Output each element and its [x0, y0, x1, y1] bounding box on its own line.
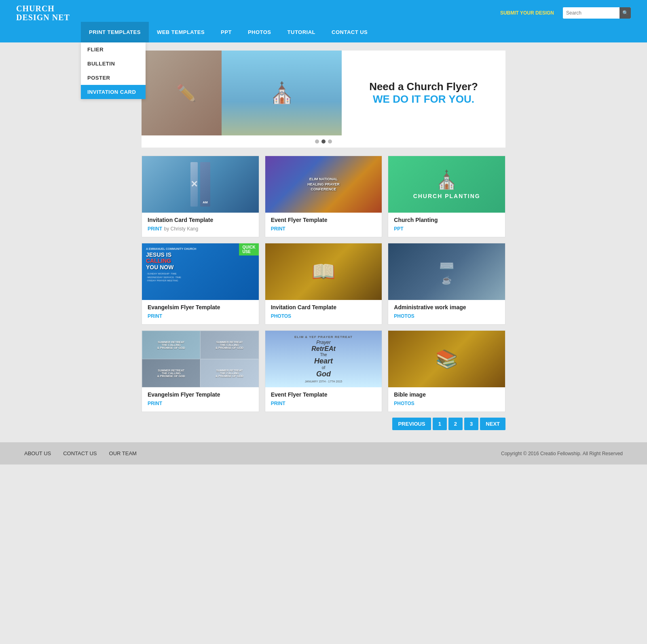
card-thumb-evangelism-1: QUICKUSE A EMMANUEL COMMUNITY CHURCH JES…: [142, 243, 259, 300]
page-2-button[interactable]: 2: [448, 418, 463, 430]
card-event-flyer-1[interactable]: ELIM NATIONALHEALING PRAYERCONFERENCE Ev…: [265, 156, 383, 237]
hero-church-image: ⛪: [222, 51, 342, 135]
card-evangelism-flyer-2[interactable]: SUMMER RETREATTHE CALLING& PROMISE OF GO…: [142, 330, 259, 412]
nav-item-web-templates[interactable]: WEB TEMPLATES: [149, 22, 213, 42]
card-thumb-invitation-2: 📖: [265, 243, 382, 300]
card-type-invitation-1: PRINT: [148, 226, 162, 232]
main-nav: PRINT TEMPLATES Flier Bulletin Poster In…: [0, 22, 647, 42]
nav-item-tutorial[interactable]: TUTORIAL: [279, 22, 324, 42]
footer-copyright: Copyright © 2016 Creatio Fellowship. All…: [501, 451, 623, 456]
prev-button[interactable]: PREVIOUS: [392, 418, 431, 430]
full-header: CHURCH DESIGN NET SUBMIT YOUR DESIGN 🔍 P…: [0, 0, 647, 42]
print-templates-dropdown: Flier Bulletin Poster Invitation Card: [81, 42, 146, 99]
card-invitation-card-2[interactable]: 📖 Invitation Card Template PHOTOS: [265, 243, 383, 325]
hero-dots: [142, 135, 505, 148]
hero-section: ✏️ ⛪ Need a Church Flyer? WE DO IT FOR Y…: [142, 51, 505, 148]
card-type-prayer-retreat: PRINT: [271, 401, 285, 406]
footer-links: ABOUT US CONTACT US OUR TEAM: [24, 450, 137, 456]
card-invitation-card-1[interactable]: ✕ AM Invitation Card Template PRINT by C…: [142, 156, 259, 237]
hero-headline: Need a Church Flyer?: [369, 80, 478, 93]
card-title-bible: Bible image: [394, 391, 499, 398]
card-body-church-planting: Church Planting PPT: [388, 213, 505, 237]
retreat-cell-4: SUMMER RETREATTHE CALLING& PROMISE OF GO…: [200, 359, 258, 387]
footer: ABOUT US CONTACT US OUR TEAM Copyright ©…: [0, 442, 647, 465]
card-thumb-event-flyer-1: ELIM NATIONALHEALING PRAYERCONFERENCE: [265, 156, 382, 213]
nav-item-photos[interactable]: PHOTOS: [240, 22, 279, 42]
card-body-invitation-1: Invitation Card Template PRINT by Christ…: [142, 213, 259, 237]
search-input[interactable]: [563, 7, 620, 19]
card-type-evangelism-2: PRINT: [148, 401, 162, 406]
card-thumb-admin: ⌨️ ☕: [388, 243, 505, 300]
card-type-bible: PHOTOS: [394, 401, 414, 406]
dropdown-item-invitation-card[interactable]: Invitation Card: [81, 85, 146, 99]
card-title-prayer-retreat: Event Flyer Template: [271, 391, 376, 398]
nav-item-ppt[interactable]: PPT: [213, 22, 240, 42]
hero-dot-2[interactable]: [321, 139, 326, 144]
dropdown-item-bulletin[interactable]: Bulletin: [81, 57, 146, 71]
card-thumb-evangelism-2: SUMMER RETREATTHE CALLING& PROMISE OF GO…: [142, 331, 259, 387]
hero-image-left: ✏️ ⛪: [142, 51, 342, 135]
header-top: CHURCH DESIGN NET SUBMIT YOUR DESIGN 🔍: [0, 0, 647, 22]
grid-row-3: SUMMER RETREATTHE CALLING& PROMISE OF GO…: [142, 330, 505, 412]
nav-item-contact-us[interactable]: CONTACT US: [324, 22, 376, 42]
card-title-event-flyer-1: Event Flyer Template: [271, 217, 376, 223]
search-box: 🔍: [563, 7, 631, 19]
hero-dot-3[interactable]: [328, 139, 332, 144]
card-body-admin: Administrative work image PHOTOS: [388, 300, 505, 324]
card-thumb-bible2: 📚: [388, 331, 505, 387]
card-body-invitation-2: Invitation Card Template PHOTOS: [265, 300, 382, 324]
page-3-button[interactable]: 3: [464, 418, 478, 430]
card-author-invitation-1: by Christy Kang: [164, 226, 198, 232]
hero-subheadline: WE DO IT FOR YOU.: [373, 93, 474, 106]
submit-design-link[interactable]: SUBMIT YOUR DESIGN: [500, 10, 554, 16]
dropdown-item-flier[interactable]: Flier: [81, 42, 146, 57]
card-church-planting[interactable]: ⛪ CHURCH PLANTING Church Planting PPT: [388, 156, 505, 237]
next-button[interactable]: NEXT: [480, 418, 505, 430]
hero-dot-1[interactable]: [315, 139, 319, 144]
card-type-event-flyer-1: PRINT: [271, 226, 285, 232]
card-title-invitation-2: Invitation Card Template: [271, 304, 376, 310]
hero-text-section: Need a Church Flyer? WE DO IT FOR YOU.: [342, 51, 505, 135]
grid-row-2: QUICKUSE A EMMANUEL COMMUNITY CHURCH JES…: [142, 243, 505, 325]
retreat-cell-3: SUMMER RETREATTHE CALLING& PROMISE OF GO…: [142, 359, 200, 387]
search-button[interactable]: 🔍: [620, 7, 631, 19]
grid-row-1: ✕ AM Invitation Card Template PRINT by C…: [142, 156, 505, 237]
footer-link-about-us[interactable]: ABOUT US: [24, 450, 51, 456]
card-title-church-planting: Church Planting: [394, 217, 499, 223]
card-type-evangelism-1: PRINT: [148, 313, 162, 319]
card-type-church-planting: PPT: [394, 226, 403, 232]
card-evangelism-flyer-1[interactable]: QUICKUSE A EMMANUEL COMMUNITY CHURCH JES…: [142, 243, 259, 325]
card-body-evangelism-2: Evangelsim Flyer Template PRINT: [142, 387, 259, 412]
footer-link-contact-us[interactable]: CONTACT US: [63, 450, 97, 456]
card-title-admin: Administrative work image: [394, 304, 499, 310]
card-bible-image[interactable]: 📚 Bible image PHOTOS: [388, 330, 505, 412]
card-prayer-retreat[interactable]: ELIM & YEF PRAYER RETREAT Prayer RetrEAt…: [265, 330, 383, 412]
nav-item-print-templates[interactable]: PRINT TEMPLATES Flier Bulletin Poster In…: [81, 22, 149, 42]
card-type-admin: PHOTOS: [394, 313, 414, 319]
card-thumb-church-planting: ⛪ CHURCH PLANTING: [388, 156, 505, 213]
card-body-evangelism-1: Evangelsim Flyer Template PRINT: [142, 300, 259, 324]
retreat-cell-2: SUMMER RETREATTHE CALLING& PROMISE OF GO…: [200, 331, 258, 359]
site-logo[interactable]: CHURCH DESIGN NET: [16, 4, 70, 22]
summer-retreat-grid: SUMMER RETREATTHE CALLING& PROMISE OF GO…: [142, 331, 259, 387]
dropdown-item-poster[interactable]: Poster: [81, 71, 146, 85]
card-title-evangelism-1: Evangelsim Flyer Template: [148, 304, 253, 310]
pagination: PREVIOUS 1 2 3 NEXT: [142, 418, 505, 430]
card-admin-work[interactable]: ⌨️ ☕ Administrative work image PHOTOS: [388, 243, 505, 325]
card-body-prayer-retreat: Event Flyer Template PRINT: [265, 387, 382, 412]
card-thumb-prayer-retreat: ELIM & YEF PRAYER RETREAT Prayer RetrEAt…: [265, 331, 382, 387]
card-meta-invitation-1: PRINT by Christy Kang: [148, 225, 253, 232]
page-1-button[interactable]: 1: [433, 418, 447, 430]
header-right: SUBMIT YOUR DESIGN 🔍: [500, 7, 631, 19]
footer-link-our-team[interactable]: OUR TEAM: [109, 450, 137, 456]
card-title-evangelism-2: Evangelsim Flyer Template: [148, 391, 253, 398]
hero-inner: ✏️ ⛪ Need a Church Flyer? WE DO IT FOR Y…: [142, 51, 505, 135]
hero-writing-hand: ✏️: [142, 51, 232, 135]
card-body-event-flyer-1: Event Flyer Template PRINT: [265, 213, 382, 237]
card-title-invitation-1: Invitation Card Template: [148, 217, 253, 223]
card-thumb-invitation-1: ✕ AM: [142, 156, 259, 213]
retreat-cell-1: SUMMER RETREATTHE CALLING& PROMISE OF GO…: [142, 331, 200, 359]
card-type-invitation-2: PHOTOS: [271, 313, 291, 319]
card-body-bible: Bible image PHOTOS: [388, 387, 505, 412]
content-grid: ✕ AM Invitation Card Template PRINT by C…: [142, 156, 505, 430]
